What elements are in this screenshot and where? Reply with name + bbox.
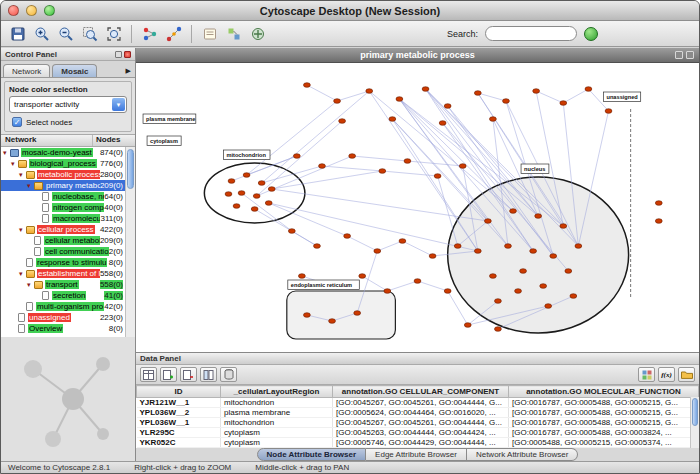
tab-node-attribute-browser[interactable]: Node Attribute Browser	[257, 448, 367, 461]
network-node[interactable]	[288, 229, 295, 234]
network-edge[interactable]	[536, 91, 563, 103]
network-node[interactable]	[444, 289, 451, 294]
network-node[interactable]	[228, 179, 235, 184]
network-node[interactable]	[434, 174, 441, 179]
table-row[interactable]: YDR039C__1mitochondrion[GO:0045267, GO:0…	[137, 448, 699, 449]
network-node[interactable]	[484, 219, 491, 224]
network-edge[interactable]	[307, 85, 337, 101]
zoom-out-icon[interactable]	[55, 23, 76, 44]
float-view-icon[interactable]	[675, 51, 683, 59]
network-node[interactable]	[520, 269, 527, 274]
network-node[interactable]	[474, 249, 481, 254]
network-node[interactable]	[379, 169, 386, 174]
table-row[interactable]: YPL036W__1mitochondrion[GO:0045267, GO:0…	[137, 418, 699, 428]
network-node[interactable]	[585, 87, 592, 92]
network-node[interactable]	[489, 274, 496, 279]
network-node[interactable]	[454, 244, 461, 249]
network-edge[interactable]	[402, 241, 432, 256]
network-edge[interactable]	[387, 281, 417, 291]
minimize-window-button[interactable]	[26, 5, 37, 16]
network-node[interactable]	[344, 234, 351, 239]
network-edge[interactable]	[362, 276, 387, 291]
network-node[interactable]	[510, 209, 517, 214]
search-options-icon[interactable]	[584, 27, 598, 41]
network-node[interactable]	[238, 191, 245, 196]
network-node[interactable]	[459, 164, 466, 169]
network-canvas[interactable]: plasma membranecytoplasmmitochondrionnuc…	[136, 63, 699, 352]
column-header[interactable]: annotation.GO MOLECULAR_FUNCTION	[509, 386, 699, 398]
network-node[interactable]	[389, 117, 396, 122]
network-node[interactable]	[560, 224, 567, 229]
network-node[interactable]	[396, 97, 403, 102]
network-node[interactable]	[258, 181, 265, 186]
tree-row[interactable]: secretion41(0)	[1, 290, 135, 301]
network-node[interactable]	[243, 173, 250, 178]
expand-triangle-icon[interactable]: ▾	[27, 182, 34, 190]
network-node[interactable]	[314, 244, 321, 249]
network-edge[interactable]	[322, 166, 382, 171]
network-edge[interactable]	[352, 156, 407, 161]
tree-row[interactable]: ▾cellular process422(0)	[1, 224, 135, 235]
annotation-icon[interactable]	[199, 23, 220, 44]
network-node[interactable]	[334, 99, 341, 104]
network-node[interactable]	[655, 201, 662, 206]
trash-icon[interactable]	[220, 367, 237, 382]
network-node[interactable]	[560, 101, 567, 106]
attribute-column-icon[interactable]	[200, 367, 217, 382]
network-node[interactable]	[540, 284, 547, 289]
zoom-window-button[interactable]	[44, 5, 55, 16]
network-edge[interactable]	[337, 91, 369, 101]
network-edge[interactable]	[347, 236, 377, 251]
network-edge[interactable]	[269, 203, 478, 251]
network-view-titlebar[interactable]: primary metabolic process	[136, 48, 699, 63]
network-node[interactable]	[575, 244, 582, 249]
tree-row[interactable]: ▾transport558(0)	[1, 279, 135, 290]
network-node[interactable]	[298, 274, 305, 279]
network-node[interactable]	[533, 89, 540, 94]
network-edge[interactable]	[399, 99, 513, 211]
zoom-fit-icon[interactable]	[103, 23, 124, 44]
network-node[interactable]	[530, 249, 537, 254]
tab-edge-attribute-browser[interactable]: Edge Attribute Browser	[366, 448, 467, 461]
tree-row[interactable]: nucleobase, nucleo64(0)	[1, 191, 135, 202]
network-node[interactable]	[429, 254, 436, 259]
expand-triangle-icon[interactable]: ▾	[3, 149, 10, 157]
network-edge[interactable]	[292, 231, 317, 246]
tab-mosaic[interactable]: Mosaic	[52, 64, 97, 77]
plugin-icon[interactable]	[247, 23, 268, 44]
tree-row[interactable]: multi-organism pro42(0)	[1, 301, 135, 312]
tab-scroll-right-icon[interactable]: ▶	[126, 67, 133, 77]
network-edge[interactable]	[392, 119, 477, 251]
network-node[interactable]	[359, 274, 366, 279]
network-node[interactable]	[570, 294, 577, 299]
network-node[interactable]	[422, 87, 429, 92]
network-node[interactable]	[303, 83, 310, 88]
network-node[interactable]	[439, 121, 446, 126]
network-edge[interactable]	[382, 171, 437, 176]
tree-row[interactable]: cellular metabolis209(0)	[1, 235, 135, 246]
close-window-button[interactable]	[8, 5, 19, 16]
column-header[interactable]: _cellularLayoutRegion	[221, 386, 333, 398]
network-node[interactable]	[253, 194, 260, 199]
network-node[interactable]	[384, 289, 391, 294]
attribute-modify-icon[interactable]	[180, 367, 197, 382]
network-node[interactable]	[545, 304, 552, 309]
network-node[interactable]	[329, 319, 336, 324]
network-node[interactable]	[495, 299, 502, 304]
expand-triangle-icon[interactable]: ▾	[27, 281, 34, 289]
zoom-selected-icon[interactable]	[79, 23, 100, 44]
network-node[interactable]	[414, 279, 421, 284]
graphics-details-icon[interactable]	[163, 23, 184, 44]
attribute-new-icon[interactable]	[160, 367, 177, 382]
table-scrollbar-thumb[interactable]	[692, 398, 698, 426]
network-edge[interactable]	[418, 281, 448, 291]
network-edge[interactable]	[262, 91, 370, 183]
matrix-icon[interactable]	[638, 367, 655, 382]
tree-row[interactable]: ▾metabolic process280(0)	[1, 169, 135, 180]
float-panel-icon[interactable]	[115, 51, 122, 58]
tree-row[interactable]: unassigned223(0)	[1, 312, 135, 323]
node-color-dropdown[interactable]: transporter activity ▼	[9, 96, 127, 113]
search-input[interactable]	[485, 26, 577, 41]
expand-triangle-icon[interactable]: ▾	[19, 226, 26, 234]
network-node[interactable]	[535, 214, 542, 219]
